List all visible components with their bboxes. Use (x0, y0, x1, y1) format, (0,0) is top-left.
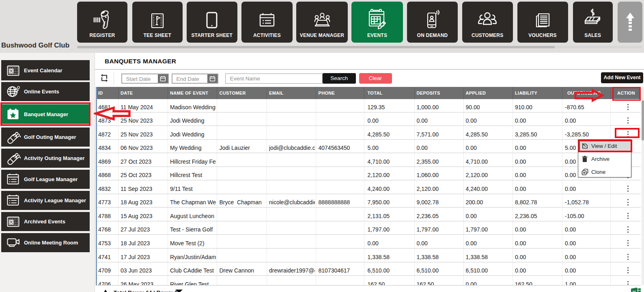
svg-text:X: X (632, 290, 636, 292)
